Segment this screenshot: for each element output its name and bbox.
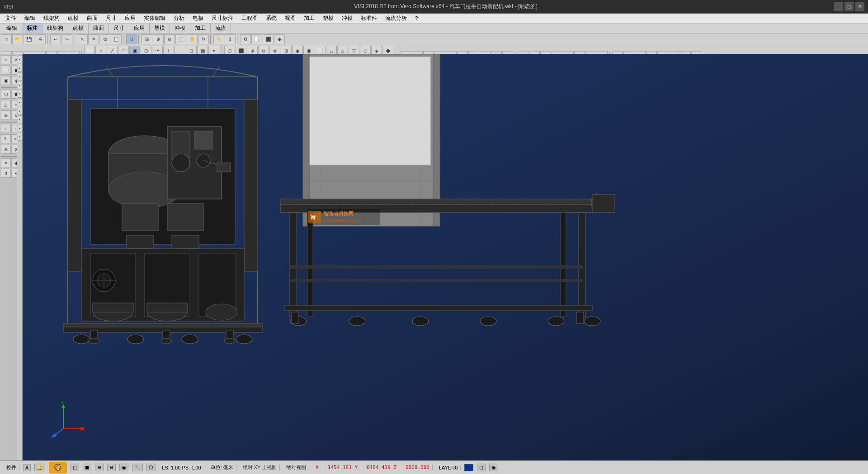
menu-machining[interactable]: 加工: [300, 14, 318, 23]
menu-solid[interactable]: 实体编辑: [140, 14, 169, 23]
tb-copy[interactable]: ⧉: [99, 34, 110, 44]
menu-wireframe[interactable]: 线架构: [40, 14, 63, 23]
tb-left-9[interactable]: ⊕: [1, 110, 11, 119]
tb-strip-6[interactable]: ▪: [18, 98, 22, 106]
tb-info[interactable]: ℹ: [225, 34, 236, 44]
tb-print[interactable]: 🖨: [35, 34, 46, 44]
tb-left-15[interactable]: ⊗: [1, 145, 11, 154]
tb-left-11[interactable]: ↕: [1, 124, 11, 133]
menu-engineering[interactable]: 工程图: [238, 14, 261, 23]
status-btn-6[interactable]: ⊖: [107, 464, 116, 471]
tb-strip-2[interactable]: ▪: [18, 64, 22, 72]
tb-strip-5[interactable]: ▪: [18, 90, 22, 98]
menu-mold[interactable]: 塑模: [319, 14, 337, 23]
status-btn-4[interactable]: ◼: [83, 464, 91, 471]
status-btn-3[interactable]: ◻: [71, 464, 79, 471]
tab-apply[interactable]: 应用: [129, 24, 150, 33]
axis-indicator: Y X: [50, 402, 86, 438]
tab-bar: 编辑 标注 线架构 建模 曲面 尺寸 应用 塑模 冲模 加工 流流: [0, 24, 868, 33]
svg-point-35: [206, 304, 237, 320]
status-btn-9[interactable]: ⬡: [146, 464, 156, 471]
svg-rect-10: [68, 100, 81, 271]
svg-rect-24: [167, 204, 203, 231]
tb-zoom-all[interactable]: ⊞: [142, 34, 152, 44]
tb-rotate[interactable]: ↻: [198, 34, 209, 44]
svg-rect-96: [576, 312, 584, 323]
tb-strip-3[interactable]: ▪: [18, 72, 22, 81]
tb-properties[interactable]: ⚙: [240, 34, 251, 44]
menu-standard[interactable]: 标准件: [357, 14, 381, 23]
tb-open[interactable]: 📂: [12, 34, 23, 44]
close-button[interactable]: ✕: [855, 2, 864, 11]
tb-save[interactable]: 💾: [24, 34, 34, 44]
tb-left-7[interactable]: △: [1, 100, 11, 109]
tb-left-13[interactable]: ↻: [1, 134, 11, 143]
tb-measure[interactable]: 📏: [213, 34, 224, 44]
svg-point-94: [584, 317, 600, 326]
tb-strip-10[interactable]: ▪: [18, 133, 22, 141]
tb-strip-1[interactable]: ▪: [18, 55, 22, 63]
menu-dimension[interactable]: 尺寸: [102, 14, 120, 23]
status-icon-2[interactable]: ◉: [489, 464, 498, 471]
menu-electrode[interactable]: 电极: [189, 14, 207, 23]
menu-apply[interactable]: 应用: [121, 14, 139, 23]
maximize-button[interactable]: □: [844, 2, 854, 11]
menu-edit[interactable]: 编辑: [21, 14, 39, 23]
tb-layers[interactable]: 📑: [251, 34, 262, 44]
tab-die[interactable]: 冲模: [170, 24, 190, 33]
tb-left-5[interactable]: ⬡: [1, 90, 11, 99]
tb-delete[interactable]: ✕: [88, 34, 99, 44]
tab-annotation[interactable]: 标注: [22, 24, 42, 33]
tab-machining[interactable]: 加工: [190, 24, 211, 33]
tb-select[interactable]: ↖: [77, 34, 88, 44]
tb-left-snap[interactable]: ↖: [1, 55, 11, 64]
menu-view[interactable]: 视图: [281, 14, 299, 23]
tab-modeling[interactable]: 建模: [68, 24, 89, 33]
menu-modeling[interactable]: 建模: [64, 14, 82, 23]
status-btn-7[interactable]: ◉: [119, 464, 128, 471]
tab-dimension[interactable]: 尺寸: [109, 24, 129, 33]
tb-strip-8[interactable]: ▪: [18, 115, 22, 123]
tb-strip-4[interactable]: ▪: [18, 81, 22, 89]
tab-edit[interactable]: 编辑: [2, 24, 22, 33]
tb-paste[interactable]: 📋: [111, 34, 122, 44]
menu-file[interactable]: 文件: [2, 14, 20, 23]
status-icon-1[interactable]: ◻: [477, 464, 486, 471]
tb-options[interactable]: ◉: [274, 34, 285, 44]
tb-filter-mode[interactable]: ⬛: [263, 34, 274, 44]
tab-wireframe[interactable]: 线架构: [42, 24, 68, 33]
status-btn-8[interactable]: 🔧: [132, 464, 143, 471]
tb-strip-7[interactable]: ▪: [18, 107, 22, 115]
tb-left-19[interactable]: ↯: [1, 169, 11, 178]
menu-surface[interactable]: 曲面: [83, 14, 101, 23]
menu-help[interactable]: ?: [411, 14, 422, 23]
tb-new[interactable]: ◻: [1, 34, 12, 44]
svg-rect-84: [307, 213, 313, 317]
tb-strip-9[interactable]: ▪: [18, 124, 22, 132]
tb-left-17[interactable]: ✦: [1, 158, 11, 167]
menu-measure[interactable]: 尺寸标注: [208, 14, 237, 23]
tb-zoom-win[interactable]: ⬚: [175, 34, 186, 44]
tb-left-3[interactable]: ▣: [1, 76, 11, 85]
status-btn-5[interactable]: ⊕: [95, 464, 104, 471]
tb-left-1[interactable]: ⬜: [1, 66, 11, 75]
tb-zoom-out[interactable]: ⊖: [164, 34, 175, 44]
tb-redo[interactable]: ↪: [61, 34, 72, 44]
status-btn-2[interactable]: 🔔: [34, 464, 45, 471]
menu-analysis[interactable]: 分析: [170, 14, 188, 23]
tb-undo[interactable]: ↩: [50, 34, 61, 44]
tab-flow[interactable]: 流流: [211, 24, 231, 33]
minimize-button[interactable]: ─: [834, 2, 843, 11]
svg-point-47: [89, 338, 99, 344]
menu-flow[interactable]: 流流分析: [382, 14, 410, 23]
tb-zoom-in[interactable]: ⊕: [153, 34, 164, 44]
menu-die[interactable]: 冲模: [338, 14, 356, 23]
tb-pan[interactable]: ✋: [187, 34, 198, 44]
tab-mold[interactable]: 塑模: [150, 24, 170, 33]
tb-dynamic[interactable]: tI: [126, 34, 137, 44]
menu-system[interactable]: 系统: [262, 14, 280, 23]
main-viewport[interactable]: 智 智造者科技网 www.intelligentmfg.com Y X: [23, 54, 868, 460]
status-btn-1[interactable]: A: [23, 464, 31, 471]
svg-rect-25: [127, 235, 154, 249]
tab-surface[interactable]: 曲面: [89, 24, 109, 33]
